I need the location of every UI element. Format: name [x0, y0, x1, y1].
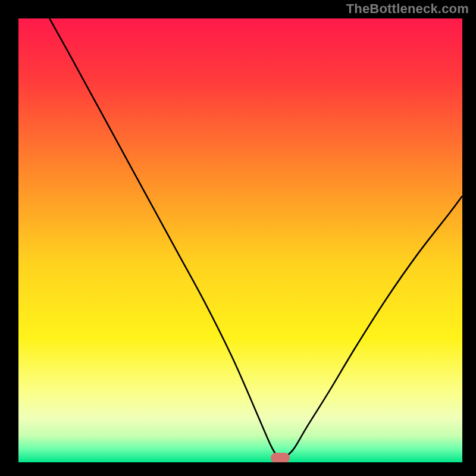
watermark-text: TheBottleneck.com: [346, 1, 469, 17]
plot-area: [18, 18, 462, 462]
bottleneck-curve: [18, 18, 462, 462]
curve-path: [49, 18, 462, 458]
chart-frame: TheBottleneck.com: [0, 0, 476, 476]
optimum-marker: [271, 453, 289, 462]
